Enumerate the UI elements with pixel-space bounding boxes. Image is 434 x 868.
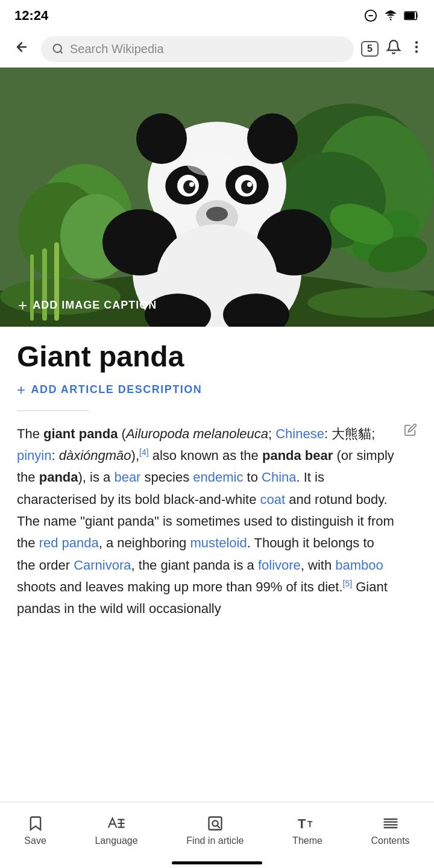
link-folivore[interactable]: folivore [258,558,301,573]
svg-point-5 [54,45,61,52]
bookmark-icon [27,815,44,832]
plus-blue-icon: + [17,382,27,398]
status-time: 12:24 [14,8,48,24]
article-title: Giant panda [17,341,417,373]
svg-point-37 [189,182,194,187]
svg-text:T: T [298,816,306,831]
battery-icon [404,10,420,21]
link-pinyin[interactable]: pinyin [17,448,51,463]
link-china[interactable]: China [262,470,296,485]
nav-language[interactable]: Language [95,815,137,846]
nav-theme[interactable]: T T Theme [292,815,322,846]
link-bear[interactable]: bear [114,470,140,485]
svg-point-2 [390,19,392,20]
svg-point-36 [241,180,253,193]
svg-point-9 [415,50,418,52]
svg-point-20 [307,288,434,318]
divider [17,410,89,411]
article-intro-row: The giant panda (Ailuropoda melanoleuca;… [17,423,417,620]
svg-point-30 [247,113,298,164]
back-button[interactable] [10,37,34,61]
italic-pinyin-word: dàxióngmāo [59,448,131,463]
tab-count[interactable]: 5 [361,41,379,57]
svg-point-8 [415,45,418,48]
home-indicator [172,861,262,864]
bell-icon[interactable] [386,39,401,59]
link-coat[interactable]: coat [260,492,286,507]
search-icon [52,43,64,55]
plus-icon: + [18,296,28,315]
link-chinese[interactable]: Chinese [275,426,324,441]
find-in-article-icon [207,815,224,832]
svg-rect-4 [405,13,414,19]
status-bar: 12:24 [0,0,434,30]
nav-bar: Search Wikipedia 5 [0,30,434,68]
link-carnivora[interactable]: Carnivora [74,558,131,573]
svg-line-6 [60,51,63,54]
search-placeholder: Search Wikipedia [70,42,164,56]
nav-save[interactable]: Save [24,815,46,846]
status-icons [364,9,420,22]
caption-label: ADD IMAGE CAPTION [33,299,157,312]
link-endemic[interactable]: endemic [193,470,243,485]
hero-image: + ADD IMAGE CAPTION [0,68,434,327]
sup-5[interactable]: [5] [343,579,353,588]
svg-point-35 [183,180,195,193]
save-label: Save [24,835,46,846]
translate-icon [107,815,125,832]
contents-label: Contents [371,835,410,846]
theme-label: Theme [292,835,322,846]
svg-point-38 [247,182,252,187]
italic-scientific-name: Ailuropoda melanoleuca [126,426,268,441]
nav-contents[interactable]: Contents [371,815,410,846]
wifi-icon [383,9,398,22]
svg-point-7 [415,41,418,43]
bold-giant-panda: giant panda [43,426,118,441]
do-not-disturb-icon [364,9,377,22]
edit-icon[interactable] [404,423,417,439]
link-red-panda[interactable]: red panda [39,535,99,550]
link-bamboo[interactable]: bamboo [335,558,383,573]
text-size-icon: T T [298,815,317,832]
add-description-button[interactable]: + ADD ARTICLE DESCRIPTION [17,382,417,398]
link-musteloid[interactable]: musteloid [190,535,247,550]
add-description-label: ADD ARTICLE DESCRIPTION [31,383,203,396]
list-icon [382,815,399,832]
svg-point-40 [206,207,228,221]
bold-panda-bear: panda bear [262,448,333,463]
bottom-nav: Save Language Find in article T T Theme [0,802,434,868]
article-content: Giant panda + ADD ARTICLE DESCRIPTION Th… [0,327,434,692]
add-image-caption[interactable]: + ADD IMAGE CAPTION [18,296,157,315]
article-intro-text: The giant panda (Ailuropoda melanoleuca;… [17,423,394,620]
bold-panda: panda [39,470,78,485]
svg-point-29 [136,113,187,164]
search-box[interactable]: Search Wikipedia [41,36,354,62]
find-label: Find in article [186,835,244,846]
svg-point-46 [187,152,235,176]
language-label: Language [95,835,137,846]
svg-text:T: T [307,819,313,829]
nav-find[interactable]: Find in article [186,815,244,846]
more-icon[interactable] [409,39,424,59]
sup-4[interactable]: [4] [139,447,149,457]
